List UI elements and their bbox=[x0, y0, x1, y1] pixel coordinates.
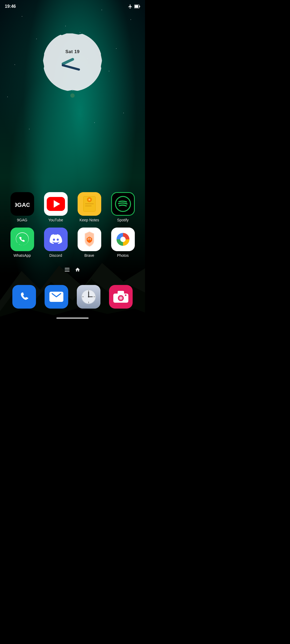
clock-widget[interactable]: Sat 19 bbox=[43, 32, 102, 98]
svg-rect-14 bbox=[85, 203, 94, 204]
svg-point-27 bbox=[88, 239, 89, 240]
app-icon-9gag: 9GAG bbox=[10, 192, 34, 216]
svg-point-31 bbox=[120, 237, 126, 242]
dock-icon-clock bbox=[77, 285, 100, 309]
app-label-spotify: Spotify bbox=[117, 218, 129, 222]
dock-item-messages[interactable] bbox=[45, 285, 68, 309]
svg-point-18 bbox=[89, 199, 90, 200]
app-icon-brave bbox=[78, 228, 101, 251]
svg-rect-32 bbox=[12, 285, 36, 309]
svg-rect-4 bbox=[139, 6, 140, 7]
svg-text:9GAG: 9GAG bbox=[15, 202, 30, 208]
svg-point-29 bbox=[89, 240, 90, 241]
app-item-discord[interactable]: Discord bbox=[42, 228, 70, 258]
airplane-icon bbox=[128, 4, 133, 9]
dock-icon-camera bbox=[109, 285, 133, 309]
app-item-keep[interactable]: Keep Notes bbox=[75, 192, 103, 222]
svg-rect-15 bbox=[85, 206, 92, 206]
svg-point-28 bbox=[90, 239, 91, 240]
app-icon-keep bbox=[78, 192, 101, 216]
dock-icon-messages bbox=[45, 285, 68, 309]
dock-item-camera[interactable] bbox=[109, 285, 133, 309]
app-icon-youtube bbox=[44, 192, 68, 216]
dock-item-phone[interactable] bbox=[12, 285, 36, 309]
clock-face: Sat 19 bbox=[43, 32, 102, 91]
app-row-1: 9GAG 9GAG YouTube bbox=[8, 192, 137, 222]
nav-lines-icon bbox=[65, 268, 70, 272]
app-icon-discord bbox=[44, 228, 68, 251]
clock-hands bbox=[60, 57, 85, 72]
app-item-photos[interactable]: Photos bbox=[109, 228, 137, 258]
home-bar bbox=[56, 317, 89, 319]
nav-dots bbox=[65, 267, 80, 272]
svg-point-50 bbox=[119, 297, 122, 299]
status-icons bbox=[128, 4, 140, 9]
app-label-discord: Discord bbox=[49, 253, 62, 258]
dock-item-clock[interactable] bbox=[77, 285, 100, 309]
app-item-9gag[interactable]: 9GAG 9GAG bbox=[8, 192, 36, 222]
app-icon-photos bbox=[111, 228, 135, 251]
app-icon-spotify bbox=[111, 192, 135, 216]
app-label-youtube: YouTube bbox=[48, 218, 63, 222]
svg-rect-47 bbox=[118, 291, 124, 295]
svg-point-51 bbox=[125, 294, 126, 296]
svg-point-44 bbox=[88, 296, 89, 298]
status-time: 19:46 bbox=[5, 4, 16, 9]
app-label-whatsapp: WhatsApp bbox=[13, 253, 31, 258]
app-item-brave[interactable]: Brave bbox=[75, 228, 103, 258]
dock bbox=[0, 285, 145, 309]
battery-icon bbox=[134, 5, 140, 8]
clock-date: Sat 19 bbox=[65, 49, 79, 54]
app-item-spotify[interactable]: Spotify bbox=[109, 192, 137, 222]
app-item-youtube[interactable]: YouTube bbox=[42, 192, 70, 222]
app-grid: 9GAG 9GAG YouTube bbox=[0, 192, 145, 263]
app-row-2: WhatsApp Discord bbox=[8, 228, 137, 258]
app-icon-whatsapp bbox=[10, 228, 34, 251]
status-bar: 19:46 bbox=[0, 0, 145, 11]
minute-hand bbox=[61, 64, 80, 71]
dock-icon-phone bbox=[12, 285, 36, 309]
app-label-photos: Photos bbox=[117, 253, 129, 258]
app-item-whatsapp[interactable]: WhatsApp bbox=[8, 228, 36, 258]
svg-rect-5 bbox=[135, 5, 138, 8]
app-label-keep: Keep Notes bbox=[79, 218, 99, 222]
app-label-brave: Brave bbox=[84, 253, 94, 258]
nav-home-icon bbox=[75, 267, 80, 272]
app-label-9gag: 9GAG bbox=[17, 218, 27, 222]
clock-dot bbox=[70, 93, 75, 98]
